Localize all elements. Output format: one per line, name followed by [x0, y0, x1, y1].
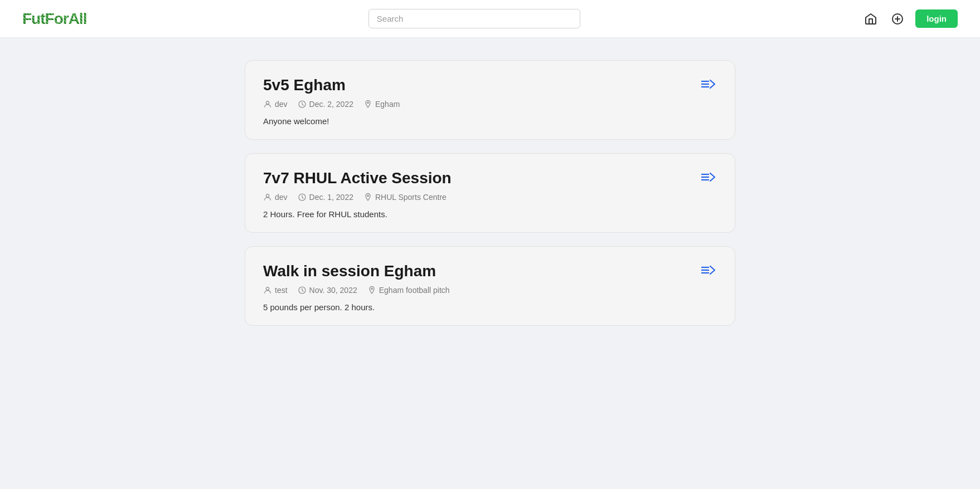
clock-icon [298, 286, 307, 295]
meta-location: RHUL Sports Centre [363, 193, 447, 202]
session-title-block: Walk in session Egham test [263, 262, 450, 302]
meta-location: Egham [363, 100, 400, 109]
session-card-header: 5v5 Egham dev [263, 76, 717, 116]
meta-date: Dec. 2, 2022 [298, 100, 353, 109]
session-card[interactable]: Walk in session Egham test [245, 246, 735, 326]
header-actions: login [862, 9, 958, 28]
session-meta: dev Dec. 2, 2022 [263, 100, 400, 109]
session-meta: dev Dec. 1, 2022 [263, 193, 452, 202]
session-description: Anyone welcome! [263, 116, 717, 126]
session-description: 2 Hours. Free for RHUL students. [263, 209, 717, 219]
svg-point-15 [266, 287, 269, 290]
user-icon [263, 286, 272, 295]
session-title: 7v7 RHUL Active Session [263, 169, 452, 187]
session-card-header: Walk in session Egham test [263, 262, 717, 302]
session-title: Walk in session Egham [263, 262, 450, 280]
session-title-block: 5v5 Egham dev [263, 76, 400, 116]
session-card[interactable]: 7v7 RHUL Active Session dev [245, 153, 735, 233]
header: FutForAll login [0, 0, 980, 38]
location-icon [363, 100, 372, 109]
session-card-header: 7v7 RHUL Active Session dev [263, 169, 717, 209]
search-wrapper [86, 9, 862, 28]
clock-icon [298, 193, 307, 202]
meta-author: dev [263, 193, 288, 202]
location-icon [367, 286, 376, 295]
session-title-block: 7v7 RHUL Active Session dev [263, 169, 452, 209]
meta-date: Dec. 1, 2022 [298, 193, 353, 202]
home-icon [864, 12, 877, 26]
meta-author: dev [263, 100, 288, 109]
svg-point-5 [367, 102, 369, 104]
session-card[interactable]: 5v5 Egham dev [245, 60, 735, 140]
session-description: 5 pounds per person. 2 hours. [263, 302, 717, 312]
view-detail-icon[interactable] [701, 172, 717, 183]
svg-point-9 [266, 194, 269, 197]
logo: FutForAll [22, 10, 86, 28]
svg-point-11 [367, 195, 369, 197]
view-detail-icon[interactable] [701, 79, 717, 90]
svg-point-17 [371, 288, 372, 290]
meta-date: Nov. 30, 2022 [298, 286, 357, 295]
session-title: 5v5 Egham [263, 76, 400, 94]
svg-point-3 [266, 101, 269, 104]
login-button[interactable]: login [915, 9, 958, 28]
view-detail-icon[interactable] [701, 265, 717, 276]
user-icon [263, 100, 272, 109]
search-input[interactable] [368, 9, 580, 28]
location-icon [363, 193, 372, 202]
sessions-list: 5v5 Egham dev [234, 38, 746, 348]
session-meta: test Nov. 30, 2022 [263, 286, 450, 295]
user-icon [263, 193, 272, 202]
clock-icon [298, 100, 307, 109]
add-button[interactable] [889, 10, 906, 28]
plus-circle-icon [891, 12, 904, 26]
meta-location: Egham football pitch [367, 286, 450, 295]
home-button[interactable] [862, 10, 880, 28]
meta-author: test [263, 286, 288, 295]
